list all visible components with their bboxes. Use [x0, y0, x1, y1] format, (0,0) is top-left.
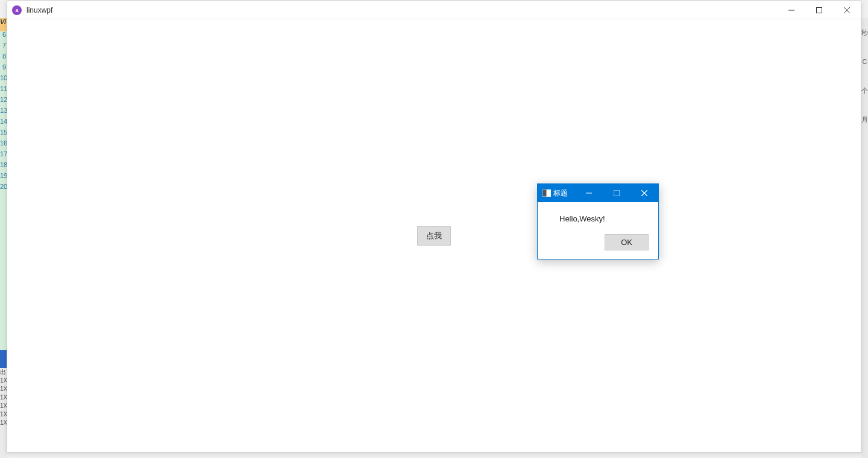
dialog-message: Hello,Wesky! — [538, 202, 658, 229]
bg-ide-statusbar-fragment — [0, 350, 7, 368]
dialog-maximize-button — [603, 184, 631, 202]
minimize-icon — [586, 190, 592, 196]
close-icon — [844, 7, 850, 13]
dialog-title: 标题 — [553, 188, 568, 199]
client-area: 点我 — [7, 19, 861, 452]
maximize-icon — [816, 7, 822, 13]
svg-rect-2 — [543, 190, 547, 197]
minimize-button[interactable] — [778, 1, 805, 19]
close-button[interactable] — [833, 1, 861, 19]
maximize-button[interactable] — [805, 1, 833, 19]
click-me-button[interactable]: 点我 — [417, 226, 451, 246]
app-window: a linuxwpf 点我 — [7, 1, 861, 453]
bg-ide-line-gutter: 5 6 7 8 9 10 11 12 13 14 15 16 17 18 19 … — [0, 18, 7, 377]
bg-ide-output-panel-fragment: 出 1X 1X 1X 1X 1X 1X — [0, 368, 7, 458]
message-dialog: 标题 Hello,Wesky! OK — [537, 183, 659, 259]
dialog-minimize-button[interactable] — [575, 184, 603, 202]
minimize-icon — [788, 7, 794, 13]
window-title: linuxwpf — [27, 6, 52, 14]
titlebar[interactable]: a linuxwpf — [7, 1, 861, 19]
dialog-ok-button[interactable]: OK — [605, 234, 649, 250]
app-icon: a — [12, 5, 22, 15]
dialog-titlebar[interactable]: 标题 — [538, 184, 658, 202]
maximize-icon — [614, 190, 620, 196]
svg-rect-3 — [614, 191, 620, 196]
dialog-close-button[interactable] — [631, 184, 658, 202]
svg-rect-0 — [817, 7, 822, 13]
bg-ide-right-panel-fragment: 秒 C 个 月 — [861, 18, 868, 458]
dialog-footer: OK — [538, 229, 658, 259]
bg-ide-tab-fragment: Vi — [0, 18, 7, 31]
close-icon — [641, 190, 647, 196]
dialog-app-icon — [542, 189, 551, 197]
